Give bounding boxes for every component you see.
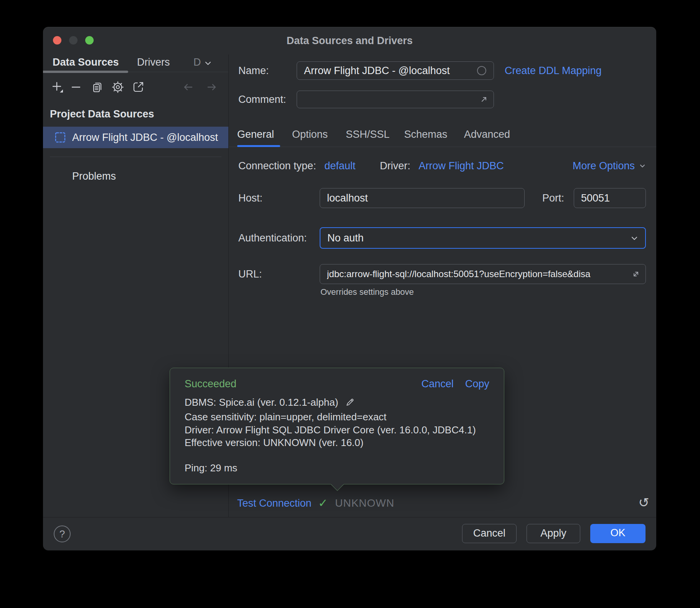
test-connection-result-popup: Succeeded Cancel Copy DBMS: Spice.ai (ve… [170, 368, 504, 484]
driver-label: Driver: [380, 160, 411, 172]
name-label: Name: [238, 61, 269, 80]
name-field-spinner-icon [477, 66, 486, 75]
undo-icon[interactable]: ↺ [639, 489, 650, 517]
url-hint-text: Overrides settings above [320, 287, 414, 297]
duplicate-data-source-button[interactable] [91, 81, 104, 94]
name-input[interactable] [297, 61, 494, 80]
active-tab-underline [237, 145, 280, 147]
connection-type-label: Connection type: [238, 160, 316, 172]
add-data-source-button[interactable] [51, 81, 64, 94]
tab-advanced[interactable]: Advanced [464, 124, 510, 145]
popup-effective-version-line: Effective version: UNKNOWN (ver. 16.0) [185, 437, 363, 449]
host-label: Host: [238, 188, 262, 208]
popup-copy-link[interactable]: Copy [465, 378, 489, 390]
popup-ping-line: Ping: 29 ms [185, 462, 237, 474]
chevron-down-icon [630, 234, 639, 245]
back-arrow-icon[interactable] [182, 81, 195, 94]
sidebar-divider [50, 157, 221, 157]
popup-driver-line: Driver: Arrow Flight SQL JDBC Driver Cor… [185, 424, 476, 436]
tab-data-sources[interactable]: Data Sources [53, 55, 119, 72]
tab-drivers[interactable]: Drivers [137, 55, 170, 72]
forward-arrow-icon[interactable] [205, 81, 218, 94]
cancel-button[interactable]: Cancel [462, 524, 517, 543]
data-source-settings-gear-icon[interactable] [111, 81, 124, 94]
open-in-new-window-icon[interactable] [132, 81, 145, 94]
footer-buttons: Cancel Apply OK [462, 524, 646, 543]
data-source-name: Arrow Flight JDBC - @localhost [72, 127, 218, 148]
unknown-dbms-icon [54, 132, 66, 145]
sidebar-item-problems[interactable]: Problems [72, 170, 116, 182]
comment-input[interactable] [297, 91, 494, 108]
window-titlebar: Data Sources and Drivers [43, 27, 656, 55]
tabs-divider [229, 147, 656, 147]
popup-actions: Cancel Copy [421, 378, 489, 390]
url-label: URL: [238, 264, 262, 284]
host-input[interactable] [320, 188, 525, 208]
comment-label: Comment: [238, 91, 286, 108]
test-connection-row: Test Connection ✓ UNKNOWN ↺ [229, 489, 656, 517]
url-input[interactable] [320, 264, 646, 284]
settings-tab-bar: General Options SSH/SSL Schemas Advanced [229, 124, 656, 145]
port-label: Port: [542, 188, 564, 208]
apply-button[interactable]: Apply [527, 524, 580, 543]
authentication-label: Authentication: [238, 227, 307, 249]
authentication-value: No auth [327, 228, 364, 248]
connection-type-row: Connection type: default Driver: Arrow F… [238, 155, 504, 177]
popup-cancel-link[interactable]: Cancel [421, 378, 454, 390]
dialog-footer: ? Cancel Apply OK [43, 517, 656, 550]
edit-pencil-icon[interactable] [345, 397, 355, 410]
remove-data-source-button[interactable] [69, 81, 83, 94]
sidebar-toolbar [43, 72, 228, 101]
tab-ddl-mappings-truncated[interactable]: D [193, 55, 201, 72]
authentication-select[interactable]: No auth [320, 227, 646, 249]
window-title: Data Sources and Drivers [43, 27, 656, 55]
list-item-data-source[interactable]: Arrow Flight JDBC - @localhost [43, 127, 228, 148]
project-data-sources-header: Project Data Sources [50, 108, 154, 120]
test-connection-link[interactable]: Test Connection [237, 489, 312, 517]
ok-button[interactable]: OK [590, 524, 646, 543]
sidebar-tab-bar: Data Sources Drivers D [43, 55, 228, 72]
help-icon[interactable]: ? [54, 525, 71, 542]
popup-dbms-text: DBMS: Spice.ai (ver. 0.12.1-alpha) [185, 397, 338, 408]
create-ddl-mapping-link[interactable]: Create DDL Mapping [505, 61, 602, 80]
tab-schemas[interactable]: Schemas [404, 124, 447, 145]
test-connection-status: UNKNOWN [335, 489, 395, 517]
popup-case-sensitivity-line: Case sensitivity: plain=upper, delimited… [185, 411, 386, 423]
comment-expand-icon[interactable] [479, 95, 489, 106]
popup-status-succeeded: Succeeded [185, 378, 236, 390]
url-expand-icon[interactable] [631, 269, 641, 281]
driver-value-link[interactable]: Arrow Flight JDBC [419, 160, 504, 172]
more-options-link[interactable]: More Options [573, 155, 646, 177]
data-sources-dialog: Data Sources and Drivers Data Sources Dr… [43, 27, 656, 550]
tab-ssh-ssl[interactable]: SSH/SSL [346, 124, 390, 145]
check-icon: ✓ [318, 489, 328, 517]
more-options-label: More Options [573, 155, 635, 177]
tab-general[interactable]: General [237, 124, 274, 145]
tab-options[interactable]: Options [292, 124, 328, 145]
tabs-overflow-chevron-icon[interactable] [203, 59, 213, 69]
port-input[interactable] [574, 188, 646, 208]
connection-type-value[interactable]: default [324, 160, 355, 172]
popup-dbms-line: DBMS: Spice.ai (ver. 0.12.1-alpha) [185, 397, 355, 410]
chevron-down-icon [639, 162, 646, 170]
